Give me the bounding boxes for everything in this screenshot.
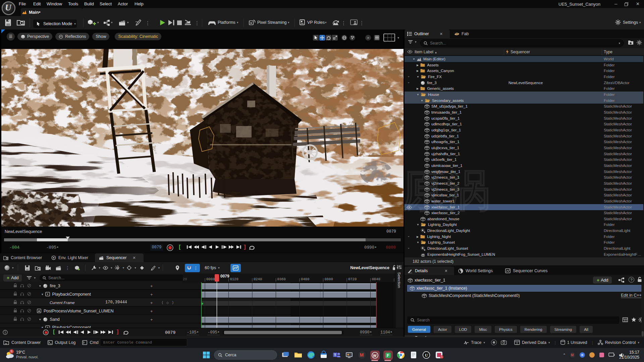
svg-text:F: F bbox=[387, 353, 389, 358]
svg-text:0600: 0600 bbox=[325, 277, 333, 281]
svg-text:M: M bbox=[360, 352, 364, 358]
svg-text:0240: 0240 bbox=[254, 277, 262, 281]
svg-text:0120: 0120 bbox=[230, 277, 238, 281]
svg-text:W: W bbox=[373, 354, 377, 358]
svg-text:U: U bbox=[425, 353, 428, 358]
svg-text:0840: 0840 bbox=[372, 277, 380, 281]
svg-text:T: T bbox=[334, 353, 336, 357]
svg-text:0360: 0360 bbox=[277, 277, 286, 281]
svg-text:20: 20 bbox=[183, 277, 187, 281]
svg-text:M: M bbox=[571, 353, 574, 357]
svg-text:0480: 0480 bbox=[301, 277, 309, 281]
svg-text:0720: 0720 bbox=[348, 277, 357, 281]
svg-text:0079: 0079 bbox=[220, 274, 229, 279]
svg-text:0000: 0000 bbox=[206, 277, 215, 281]
